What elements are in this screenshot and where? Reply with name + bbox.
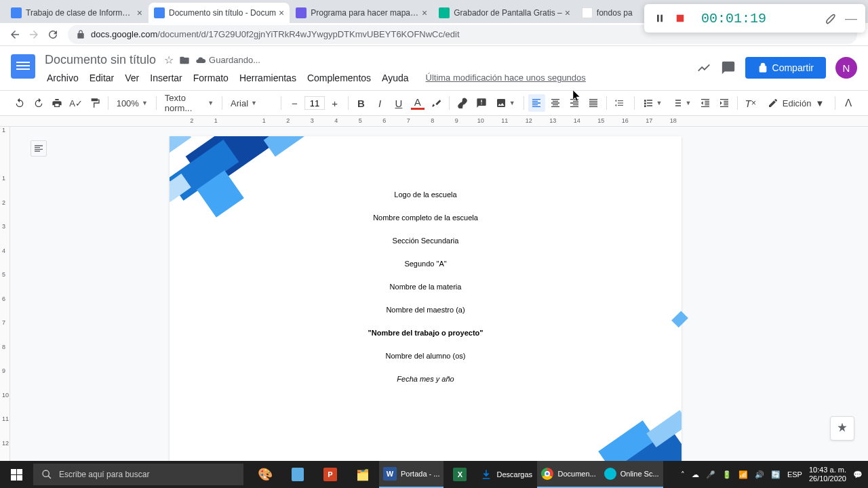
pause-button[interactable] (652, 11, 667, 26)
insert-link-button[interactable] (454, 94, 471, 112)
last-edit-link[interactable]: Última modificación hace unos segundos (426, 70, 586, 86)
highlight-button[interactable] (428, 94, 446, 112)
page-text-line[interactable]: Nombre del maestro (a) (234, 306, 617, 314)
close-icon[interactable]: × (279, 7, 284, 18)
tray-language[interactable]: ESP (787, 470, 802, 479)
font-size-input[interactable]: 11 (304, 96, 325, 110)
tray-sync-icon[interactable]: 🔄 (771, 470, 781, 479)
reload-button[interactable] (43, 25, 62, 44)
insert-image-button[interactable]: ▼ (492, 98, 519, 108)
comments-icon[interactable] (721, 60, 736, 75)
align-justify-button[interactable] (585, 94, 602, 112)
increase-font-button[interactable]: + (326, 94, 344, 112)
tray-chevron-icon[interactable]: ˄ (681, 470, 685, 479)
page-text-line[interactable]: Sección Secundaria (234, 237, 617, 245)
notifications-icon[interactable]: 💬 (853, 470, 863, 479)
menu-ayuda[interactable]: Ayuda (377, 70, 413, 86)
print-button[interactable] (48, 94, 66, 112)
tray-cloud-icon[interactable]: ☁ (692, 470, 699, 479)
minimize-button[interactable]: — (845, 12, 857, 26)
taskbar-app-powerpoint[interactable]: P (314, 461, 347, 488)
explore-button[interactable] (830, 416, 854, 441)
align-center-button[interactable] (547, 94, 564, 112)
document-title[interactable]: Documento sin título (42, 52, 159, 68)
browser-tab-3[interactable]: Grabador de Pantalla Gratis – × (433, 3, 576, 23)
undo-button[interactable] (11, 94, 28, 112)
menu-archivo[interactable]: Archivo (42, 70, 83, 86)
line-spacing-button[interactable] (611, 98, 630, 108)
page-text-line[interactable]: "Nombre del trabajo o proyecto" (234, 329, 617, 337)
page-text-line[interactable]: Nombre de la materia (234, 283, 617, 291)
taskbar-app-downloads[interactable]: Descargas (476, 461, 537, 488)
menu-formato[interactable]: Formato (189, 70, 233, 86)
tray-battery-icon[interactable]: 🔋 (722, 470, 732, 479)
account-avatar[interactable]: N (835, 57, 857, 79)
menu-herramientas[interactable]: Herramientas (235, 70, 301, 86)
font-select[interactable]: Arial▼ (226, 98, 277, 108)
spellcheck-button[interactable]: A✓ (67, 94, 85, 112)
star-icon[interactable]: ☆ (164, 54, 174, 66)
horizontal-ruler[interactable]: 21123456789101112131415161718 (0, 116, 868, 127)
move-icon[interactable] (179, 55, 190, 66)
taskbar-app-chrome[interactable]: Documen... (537, 461, 599, 488)
redo-button[interactable] (30, 94, 47, 112)
outline-toggle-button[interactable] (31, 140, 47, 157)
screen-recorder-bar[interactable]: 00:01:19 — (644, 4, 865, 33)
decrease-indent-button[interactable] (696, 94, 714, 112)
text-color-button[interactable]: A (409, 94, 427, 112)
italic-button[interactable]: I (371, 94, 389, 112)
taskbar-app-word[interactable]: W Portada - ... (379, 461, 443, 488)
share-button[interactable]: Compartir (745, 57, 826, 79)
activity-icon[interactable] (696, 60, 711, 75)
taskbar-app-misc[interactable]: 🗂️ (347, 461, 379, 488)
close-icon[interactable]: × (137, 7, 142, 18)
underline-button[interactable]: U (390, 94, 408, 112)
bullet-list-button[interactable]: ▼ (667, 98, 695, 108)
paint-format-button[interactable] (86, 94, 104, 112)
forward-button[interactable] (24, 25, 43, 44)
stop-button[interactable] (673, 11, 688, 26)
zoom-select[interactable]: 100%▼ (113, 98, 152, 108)
style-select[interactable]: Texto norm...▼ (161, 93, 218, 113)
start-button[interactable] (0, 461, 33, 488)
clear-format-button[interactable]: T× (742, 94, 760, 112)
tray-volume-icon[interactable]: 🔊 (755, 470, 764, 479)
tray-wifi-icon[interactable]: 📶 (738, 470, 748, 479)
taskbar-clock[interactable]: 10:43 a. m. 26/10/2020 (809, 466, 846, 483)
align-right-button[interactable] (566, 94, 583, 112)
menu-ver[interactable]: Ver (120, 70, 144, 86)
editing-mode-select[interactable]: Edición▼ (761, 95, 831, 111)
menu-complementos[interactable]: Complementos (302, 70, 376, 86)
decrease-font-button[interactable]: − (285, 94, 303, 112)
taskbar-search[interactable]: Escribe aquí para buscar (33, 464, 243, 485)
align-left-button[interactable] (528, 94, 546, 112)
close-icon[interactable]: × (565, 7, 570, 18)
taskbar-app-excel[interactable]: X (443, 461, 476, 488)
bold-button[interactable]: B (353, 94, 370, 112)
taskbar-app-paint[interactable]: 🎨 (249, 461, 281, 488)
page-text-line[interactable]: Fecha mes y año (234, 375, 617, 383)
page-text-line[interactable]: Logo de la escuela (234, 190, 617, 199)
taskbar-app-recorder[interactable]: Online Sc... (600, 461, 663, 488)
page-text-line[interactable]: Segundo "A" (234, 260, 617, 268)
expand-button[interactable]: ᐱ (840, 94, 857, 112)
browser-tab-1[interactable]: Documento sin título - Docum × (149, 3, 290, 23)
docs-logo-icon[interactable] (11, 54, 35, 79)
menu-insertar[interactable]: Insertar (145, 70, 186, 86)
checklist-button[interactable]: ▼ (639, 98, 667, 108)
taskbar-app-notepad[interactable] (281, 461, 314, 488)
vertical-ruler[interactable]: 1123456789101112 (0, 127, 10, 471)
menu-editar[interactable]: Editar (85, 70, 119, 86)
browser-tab-0[interactable]: Trabajo de clase de Informátic × (5, 3, 148, 23)
browser-tab-2[interactable]: Programa para hacer mapas c × (290, 3, 433, 23)
annotation-tool-icon[interactable] (823, 12, 837, 25)
browser-tab-4[interactable]: fondos pa (576, 3, 644, 23)
close-icon[interactable]: × (422, 7, 427, 18)
tray-mic-icon[interactable]: 🎤 (706, 470, 715, 479)
back-button[interactable] (5, 25, 24, 44)
page-text-line[interactable]: Nombre completo de la escuela (234, 214, 617, 222)
insert-comment-button[interactable] (473, 94, 490, 112)
increase-indent-button[interactable] (715, 94, 733, 112)
document-page[interactable]: Logo de la escuelaNombre completo de la … (170, 136, 682, 471)
page-text-line[interactable]: Nombre del alumno (os) (234, 352, 617, 360)
